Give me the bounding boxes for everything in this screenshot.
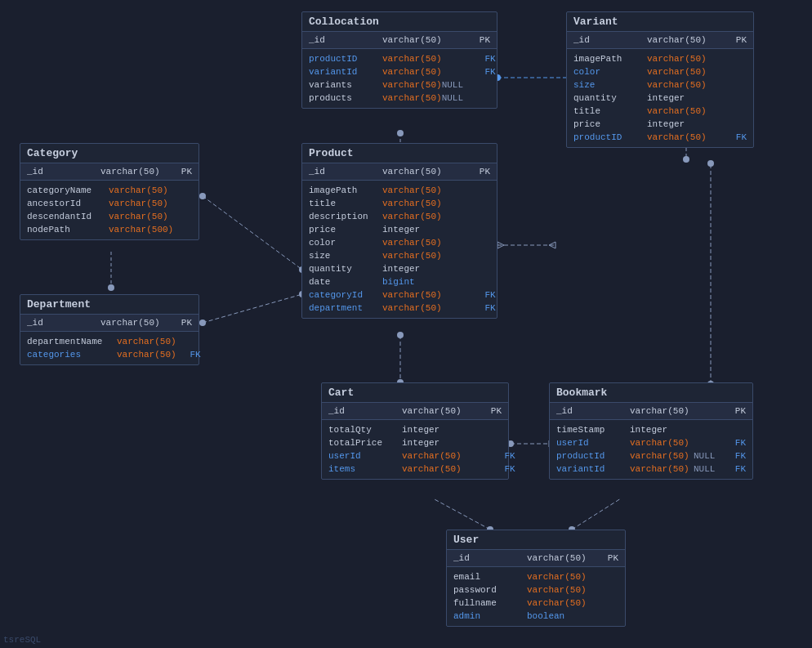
product-title: Product xyxy=(302,144,497,163)
table-row: color varchar(50) xyxy=(302,236,497,249)
svg-point-30 xyxy=(397,130,404,136)
department-body: departmentName varchar(50) categories va… xyxy=(20,332,199,364)
cart-header: _id varchar(50) PK xyxy=(322,402,508,420)
table-row: totalQty integer xyxy=(322,423,508,436)
table-bookmark: Bookmark _id varchar(50) PK timeStamp in… xyxy=(549,382,753,480)
table-row: variantId varchar(50) FK xyxy=(302,65,497,78)
table-row: descendantId varchar(50) xyxy=(20,210,199,223)
table-row: productId varchar(50) NULL FK xyxy=(550,449,752,463)
table-row: items varchar(50) FK xyxy=(322,463,508,476)
collocation-body: productID varchar(50) FK variantId varch… xyxy=(302,49,497,108)
table-row: timeStamp integer xyxy=(550,423,752,436)
table-row: categoryId varchar(50) FK xyxy=(302,288,497,302)
table-user: User _id varchar(50) PK email varchar(50… xyxy=(446,530,626,627)
table-row: description varchar(50) xyxy=(302,210,497,223)
user-title: User xyxy=(447,530,625,549)
user-body: email varchar(50) password varchar(50) f… xyxy=(447,567,625,626)
collocation-id: _id xyxy=(309,35,382,45)
svg-marker-5 xyxy=(497,242,504,248)
product-header: _id varchar(50) PK xyxy=(302,163,497,181)
svg-line-23 xyxy=(433,498,490,530)
table-row: variants varchar(50) NULL xyxy=(302,78,497,92)
table-row: department varchar(50) FK xyxy=(302,302,497,315)
table-row: nodePath varchar(500) xyxy=(20,223,199,236)
collocation-header: _id varchar(50) PK xyxy=(302,31,497,49)
table-row: color varchar(50) xyxy=(567,65,753,78)
department-header: _id varchar(50) PK xyxy=(20,314,199,332)
product-body: imagePath varchar(50) title varchar(50) … xyxy=(302,181,497,318)
svg-point-15 xyxy=(397,332,404,338)
collocation-title: Collocation xyxy=(302,12,497,31)
table-cart: Cart _id varchar(50) PK totalQty integer… xyxy=(321,382,509,480)
table-row: fullname varchar(50) xyxy=(447,597,625,610)
table-product: Product _id varchar(50) PK imagePath var… xyxy=(301,143,497,319)
svg-point-7 xyxy=(683,156,689,163)
table-row: quantity integer xyxy=(567,92,753,105)
table-row: totalPrice integer xyxy=(322,436,508,449)
table-collocation: Collocation _id varchar(50) PK productID… xyxy=(301,11,497,109)
svg-line-8 xyxy=(203,196,302,270)
table-row: productID varchar(50) FK xyxy=(567,131,753,144)
watermark: tsreSQL xyxy=(3,635,41,645)
table-row: password varchar(50) xyxy=(447,583,625,597)
user-header: _id varchar(50) PK xyxy=(447,549,625,567)
table-row: ancestorId varchar(50) xyxy=(20,197,199,210)
table-row: price integer xyxy=(302,223,497,236)
svg-line-11 xyxy=(203,294,302,323)
table-row: imagePath varchar(50) xyxy=(567,52,753,65)
table-department: Department _id varchar(50) PK department… xyxy=(20,294,199,365)
table-row: userId varchar(50) FK xyxy=(550,436,752,449)
svg-point-9 xyxy=(199,193,206,199)
table-row: departmentName varchar(50) xyxy=(20,335,199,348)
department-title: Department xyxy=(20,295,199,314)
table-row: date bigint xyxy=(302,275,497,288)
table-row: categories varchar(50) FK xyxy=(20,348,199,361)
table-category: Category _id varchar(50) PK categoryName… xyxy=(20,143,199,240)
cart-body: totalQty integer totalPrice integer user… xyxy=(322,420,508,479)
table-row: size varchar(50) xyxy=(302,249,497,262)
variant-title: Variant xyxy=(567,12,753,31)
table-variant: Variant _id varchar(50) PK imagePath var… xyxy=(566,11,754,148)
bookmark-body: timeStamp integer userId varchar(50) FK … xyxy=(550,420,752,479)
table-row: email varchar(50) xyxy=(447,570,625,583)
cart-title: Cart xyxy=(322,383,508,402)
table-row: userId varchar(50) FK xyxy=(322,449,508,463)
variant-body: imagePath varchar(50) color varchar(50) … xyxy=(567,49,753,147)
table-row: title varchar(50) xyxy=(302,197,497,210)
category-title: Category xyxy=(20,144,199,163)
variant-header: _id varchar(50) PK xyxy=(567,31,753,49)
table-row: products varchar(50) NULL xyxy=(302,92,497,105)
table-row: categoryName varchar(50) xyxy=(20,184,199,197)
table-row: productID varchar(50) FK xyxy=(302,52,497,65)
svg-line-25 xyxy=(572,498,621,530)
category-body: categoryName varchar(50) ancestorId varc… xyxy=(20,181,199,239)
table-row: imagePath varchar(50) xyxy=(302,184,497,197)
table-row: price integer xyxy=(567,118,753,131)
table-row: variantId varchar(50) NULL FK xyxy=(550,463,752,476)
category-header: _id varchar(50) PK xyxy=(20,163,199,181)
svg-point-28 xyxy=(108,284,114,291)
table-row: size varchar(50) xyxy=(567,78,753,92)
bookmark-title: Bookmark xyxy=(550,383,752,402)
table-row: quantity integer xyxy=(302,262,497,275)
svg-point-22 xyxy=(707,160,714,167)
bookmark-header: _id varchar(50) PK xyxy=(550,402,752,420)
svg-point-12 xyxy=(199,320,206,326)
svg-marker-4 xyxy=(549,242,555,248)
diagram-canvas: Collocation _id varchar(50) PK productID… xyxy=(0,0,812,648)
table-row: admin boolean xyxy=(447,610,625,623)
table-row: title varchar(50) xyxy=(567,105,753,118)
